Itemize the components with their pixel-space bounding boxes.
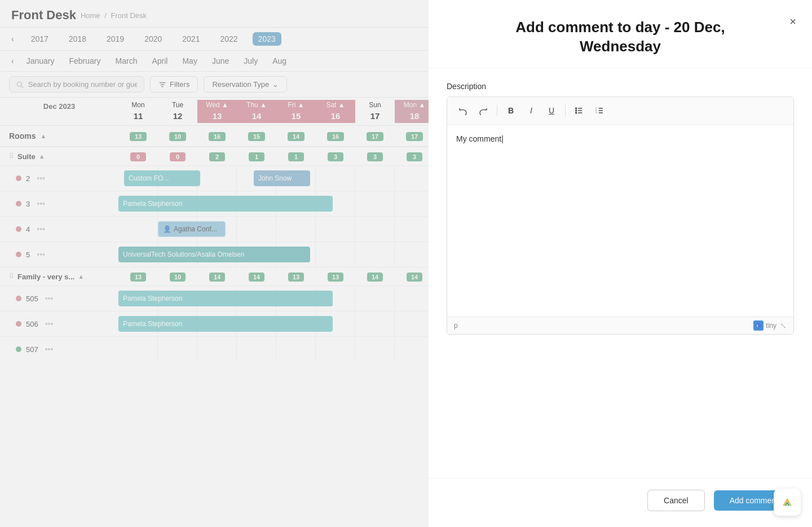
room-row-4: 4 ••• 👤 Agatha Conf... xyxy=(0,216,429,241)
family-label: Family - very s... xyxy=(17,273,74,281)
room-506-booking-cells: Pamela Stepherson xyxy=(118,311,429,336)
room-name-507: 507 ••• xyxy=(0,345,118,354)
month-prev-arrow[interactable]: ‹ xyxy=(9,54,16,68)
day-col-18[interactable]: Mon ▲ 18 xyxy=(395,100,429,123)
family-collapse-arrow[interactable]: ▲ xyxy=(78,273,84,280)
month-february[interactable]: February xyxy=(64,55,105,67)
month-label: Dec 2023 xyxy=(0,100,118,123)
booking-bar-pamela-505[interactable]: Pamela Stepherson xyxy=(118,291,333,306)
family-type-row: ⠿ Family - very s... ▲ 13 10 14 14 13 13… xyxy=(0,267,429,286)
month-june[interactable]: June xyxy=(208,55,233,67)
room-505-menu[interactable]: ••• xyxy=(45,294,54,303)
room-507-booking-cells xyxy=(118,337,429,362)
editor-container: B I U 1 xyxy=(447,96,794,335)
svg-point-8 xyxy=(576,108,577,109)
bottom-branding xyxy=(774,489,801,516)
room-5-menu[interactable]: ••• xyxy=(37,250,45,259)
editor-resize-handle[interactable]: ⤡ xyxy=(780,321,787,330)
room-3-booking-cells: Pamela Stepherson xyxy=(118,191,429,216)
ordered-list-button[interactable]: 1 2 3 xyxy=(590,102,608,120)
room-4-menu[interactable]: ••• xyxy=(37,225,45,234)
rooms-collapse-arrow[interactable]: ▲ xyxy=(40,133,46,139)
year-2021[interactable]: 2021 xyxy=(176,32,205,46)
avail-13: 16 xyxy=(197,129,237,143)
room-2-booking-cells: Custom FO... John Snow xyxy=(118,166,429,191)
svg-point-10 xyxy=(576,112,577,113)
month-may[interactable]: May xyxy=(178,55,201,67)
description-label: Description xyxy=(447,82,794,91)
booking-bar-pamela-3[interactable]: Pamela Stepherson xyxy=(118,196,333,212)
drag-icon: ⠿ xyxy=(9,152,14,160)
tiny-logo: t tiny xyxy=(753,320,776,331)
filters-button[interactable]: Filters xyxy=(150,76,198,93)
month-march[interactable]: March xyxy=(111,55,142,67)
room-5-booking-cells: UniversalTech Solutions/Asalia Omelsen xyxy=(118,242,429,267)
avail-17: 17 xyxy=(355,129,395,143)
month-aug[interactable]: Aug xyxy=(268,55,291,67)
year-2022[interactable]: 2022 xyxy=(214,32,243,46)
month-july[interactable]: July xyxy=(239,55,262,67)
underline-button[interactable]: U xyxy=(542,102,561,120)
undo-button[interactable] xyxy=(454,102,472,120)
room-row-2: 2 ••• Custom FO... John Snow xyxy=(0,165,429,191)
suite-collapse-arrow[interactable]: ▲ xyxy=(39,153,45,160)
avail-12: 10 xyxy=(158,129,197,143)
day-col-13[interactable]: Wed ▲ 13 xyxy=(197,100,237,123)
avail-18: 17 xyxy=(395,129,429,143)
month-april[interactable]: April xyxy=(147,55,172,67)
left-panel: Front Desk Home / Front Desk ‹ 2017 2018… xyxy=(0,0,429,527)
year-2023[interactable]: 2023 xyxy=(253,32,281,46)
year-2020[interactable]: 2020 xyxy=(139,32,167,46)
redo-button[interactable] xyxy=(474,102,492,120)
room-506-menu[interactable]: ••• xyxy=(45,319,54,328)
filter-icon xyxy=(158,81,166,89)
booking-bar-pamela-506[interactable]: Pamela Stepherson xyxy=(118,316,333,332)
room-505-booking-cells: Pamela Stepherson xyxy=(118,286,429,311)
search-input[interactable] xyxy=(28,80,137,89)
booking-bar-custom-fo[interactable]: Custom FO... xyxy=(124,170,200,186)
italic-button[interactable]: I xyxy=(522,102,540,120)
year-prev-arrow[interactable]: ‹ xyxy=(9,32,16,46)
room-3-menu[interactable]: ••• xyxy=(37,199,45,208)
year-2019[interactable]: 2019 xyxy=(101,32,130,46)
calendar-area: Dec 2023 Mon 11 Tue 12 Wed ▲ 13 Thu ▲ 14 xyxy=(0,98,429,362)
avail-14: 15 xyxy=(237,129,276,143)
room-2-menu[interactable]: ••• xyxy=(37,174,45,183)
editor-footer: p t tiny ⤡ xyxy=(447,317,793,334)
booking-bar-agatha[interactable]: 👤 Agatha Conf... xyxy=(158,221,226,237)
unordered-list-icon xyxy=(575,106,584,115)
cancel-button[interactable]: Cancel xyxy=(647,490,705,511)
room-507-menu[interactable]: ••• xyxy=(45,345,54,354)
room-dot-506 xyxy=(16,321,21,327)
month-navigation: ‹ January February March April May June … xyxy=(0,51,429,72)
day-col-15[interactable]: Fri ▲ 15 xyxy=(276,100,316,123)
day-col-16[interactable]: Sat ▲ 16 xyxy=(316,100,355,123)
day-headers: Mon 11 Tue 12 Wed ▲ 13 Thu ▲ 14 Fri ▲ xyxy=(118,100,429,123)
day-col-11: Mon 11 xyxy=(118,100,158,123)
year-navigation: ‹ 2017 2018 2019 2020 2021 2022 2023 xyxy=(0,28,429,51)
svg-point-9 xyxy=(576,110,577,111)
modal-close-button[interactable]: × xyxy=(789,16,796,27)
reservation-type-button[interactable]: Reservation Type ⌄ xyxy=(204,76,287,93)
room-4-booking-cells: 👤 Agatha Conf... xyxy=(118,217,429,241)
avail-15: 14 xyxy=(276,129,316,143)
unordered-list-button[interactable] xyxy=(570,102,588,120)
room-name-3: 3 ••• xyxy=(0,199,118,208)
toolbar-divider-1 xyxy=(497,105,497,116)
booking-bar-universal[interactable]: UniversalTech Solutions/Asalia Omelsen xyxy=(118,247,310,262)
search-box[interactable] xyxy=(9,76,144,93)
room-name-4: 4 ••• xyxy=(0,225,118,234)
editor-content-area[interactable]: My comment xyxy=(447,125,793,317)
suite-type-row: ⠿ Suite ▲ 0 0 2 1 1 3 3 3 xyxy=(0,147,429,165)
booking-bar-john-snow[interactable]: John Snow xyxy=(254,170,310,186)
bold-button[interactable]: B xyxy=(502,102,520,120)
year-2017[interactable]: 2017 xyxy=(25,32,54,46)
modal-header: Add comment to day - 20 Dec, Wednesday × xyxy=(429,0,812,68)
svg-text:3: 3 xyxy=(595,111,597,113)
day-col-14[interactable]: Thu ▲ 14 xyxy=(237,100,276,123)
chevron-down-icon: ⌄ xyxy=(272,80,279,89)
app-title: Front Desk xyxy=(11,8,76,23)
rooms-availability-row: 13 10 16 15 14 16 17 17 xyxy=(118,129,429,143)
month-january[interactable]: January xyxy=(22,55,59,67)
year-2018[interactable]: 2018 xyxy=(63,32,92,46)
